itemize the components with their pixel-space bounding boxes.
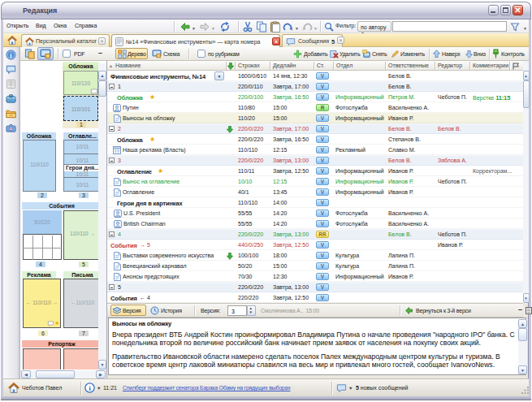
- svg-text:i: i: [89, 384, 91, 392]
